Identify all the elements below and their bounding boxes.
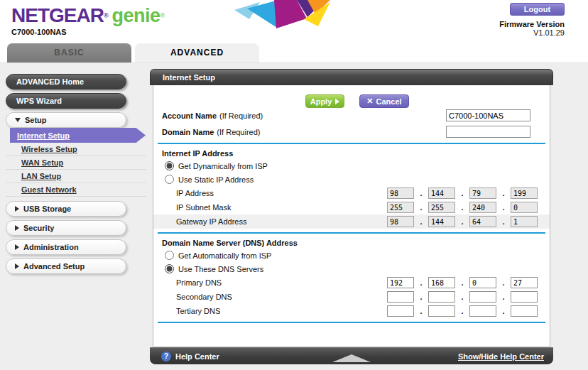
octet-separator: . xyxy=(455,307,469,315)
cancel-button-label: Cancel xyxy=(376,97,402,106)
collapse-arrow-icon[interactable] xyxy=(332,354,371,362)
primary-dns-octets: ... xyxy=(387,277,538,288)
gateway-ip-row: Gateway IP Address ... xyxy=(153,214,550,229)
apply-button[interactable]: Apply xyxy=(305,94,344,108)
section-divider xyxy=(158,322,545,323)
secondary-dns-octet-2[interactable] xyxy=(428,291,455,303)
tertiary-dns-octet-4[interactable] xyxy=(511,305,538,317)
tertiary-dns-octets: ... xyxy=(387,305,538,317)
dns-manual-radio[interactable] xyxy=(165,264,174,273)
x-icon: ✕ xyxy=(366,97,373,106)
domain-name-input[interactable] xyxy=(446,126,530,138)
primary-dns-row: Primary DNS ... xyxy=(153,276,550,290)
gateway-octet-3[interactable] xyxy=(469,216,496,227)
secondary-dns-label: Secondary DNS xyxy=(153,293,232,301)
gateway-octet-4[interactable] xyxy=(511,216,538,227)
octet-separator: . xyxy=(414,278,428,287)
registered-mark-icon: ® xyxy=(160,12,165,19)
secondary-dns-octet-3[interactable] xyxy=(469,291,496,303)
radio-label: Get Automatically from ISP xyxy=(178,251,271,260)
tertiary-dns-octet-3[interactable] xyxy=(469,305,496,317)
sidebar-item-administration[interactable]: Administration xyxy=(6,239,126,255)
sidebar-item-security[interactable]: Security xyxy=(6,220,126,236)
get-dynamically-radio[interactable] xyxy=(165,161,174,170)
gateway-ip-octets: ... xyxy=(387,216,538,227)
octet-separator: . xyxy=(455,278,469,287)
tertiary-dns-octet-2[interactable] xyxy=(428,305,455,317)
sidebar-item-usb-storage[interactable]: USB Storage xyxy=(6,201,126,217)
sidebar-item-label: LAN Setup xyxy=(21,172,61,180)
tertiary-dns-octet-1[interactable] xyxy=(387,305,414,317)
registered-mark-icon: ® xyxy=(104,12,109,19)
octet-separator: . xyxy=(455,217,469,226)
account-name-label: Account Name(If Required) xyxy=(153,111,263,120)
sidebar-item-label: Administration xyxy=(23,243,79,251)
subnet-octet-4[interactable] xyxy=(511,202,538,213)
radio-label: Use Static IP Address xyxy=(178,175,254,184)
octet-separator: . xyxy=(414,307,428,315)
action-button-row: Apply ✕ Cancel xyxy=(153,85,550,109)
genie-wordmark: genie xyxy=(112,5,160,26)
sidebar-item-wireless-setup[interactable]: Wireless Setup xyxy=(6,143,146,156)
gateway-ip-label: Gateway IP Address xyxy=(153,217,246,226)
ip-address-octet-1[interactable] xyxy=(387,187,414,199)
account-name-hint: (If Required) xyxy=(219,111,263,120)
firmware-version-block: Firmware Version V1.01.29 xyxy=(499,20,565,37)
secondary-dns-octet-1[interactable] xyxy=(387,291,414,303)
octet-separator: . xyxy=(496,307,511,315)
help-center-button[interactable]: ? Help Center xyxy=(150,352,219,361)
subnet-octet-1[interactable] xyxy=(387,202,414,213)
ip-subnet-mask-octets: ... xyxy=(387,202,538,213)
primary-dns-octet-3[interactable] xyxy=(469,277,496,288)
primary-dns-octet-2[interactable] xyxy=(428,277,455,288)
sidebar-item-wan-setup[interactable]: WAN Setup xyxy=(6,156,146,170)
sidebar-item-wps-wizard[interactable]: WPS Wizard xyxy=(6,93,126,109)
internet-setup-panel: Internet Setup Apply ✕ Cancel Account Na… xyxy=(150,69,553,364)
secondary-dns-row: Secondary DNS ... xyxy=(153,290,550,304)
ip-address-label: IP Address xyxy=(153,189,214,197)
panel-title: Internet Setup xyxy=(163,73,215,82)
ip-address-octet-4[interactable] xyxy=(511,187,538,199)
triangle-right-icon xyxy=(335,99,339,104)
tab-basic[interactable]: BASIC xyxy=(7,43,131,62)
domain-name-row: Domain Name(If Required) xyxy=(153,125,550,139)
setup-submenu: Internet Setup Wireless Setup WAN Setup … xyxy=(6,128,146,197)
account-name-input[interactable] xyxy=(446,109,530,121)
logout-button[interactable]: Logout xyxy=(510,3,565,16)
ip-address-octet-3[interactable] xyxy=(469,187,496,199)
sidebar-item-label: Setup xyxy=(25,116,47,124)
octet-separator: . xyxy=(496,217,511,226)
primary-dns-octet-1[interactable] xyxy=(387,277,414,288)
radio-row-use-static: Use Static IP Address xyxy=(153,173,550,186)
help-center-bar: ? Help Center Show/Hide Help Center xyxy=(150,347,553,364)
triangle-right-icon xyxy=(15,244,19,250)
subnet-octet-2[interactable] xyxy=(428,202,455,213)
sidebar-item-advanced-home[interactable]: ADVANCED Home xyxy=(6,74,126,89)
primary-dns-label: Primary DNS xyxy=(153,278,222,287)
ip-subnet-mask-label: IP Subnet Mask xyxy=(153,203,231,212)
primary-dns-octet-4[interactable] xyxy=(511,277,538,288)
help-center-label: Help Center xyxy=(175,352,219,361)
sidebar-item-lan-setup[interactable]: LAN Setup xyxy=(6,170,146,183)
sidebar-item-setup[interactable]: Setup xyxy=(6,112,126,128)
secondary-dns-octet-4[interactable] xyxy=(511,291,538,303)
use-static-ip-radio[interactable] xyxy=(165,175,174,184)
decorative-ribbon-graphic xyxy=(234,0,330,30)
sidebar-item-label: Guest Network xyxy=(21,185,77,194)
tab-advanced[interactable]: ADVANCED xyxy=(135,43,259,62)
cancel-button[interactable]: ✕ Cancel xyxy=(359,94,409,108)
netgear-genie-page: NETGEAR®genie® C7000-100NAS Logout Firmw… xyxy=(0,0,588,370)
panel-title-bar: Internet Setup xyxy=(150,69,553,85)
ip-address-octet-2[interactable] xyxy=(428,187,455,199)
sidebar-item-guest-network[interactable]: Guest Network xyxy=(6,183,146,197)
sidebar-item-internet-setup[interactable]: Internet Setup xyxy=(10,128,146,143)
gateway-octet-1[interactable] xyxy=(387,216,414,227)
subnet-octet-3[interactable] xyxy=(469,202,496,213)
show-hide-help-center-link[interactable]: Show/Hide Help Center xyxy=(458,352,544,361)
gateway-octet-2[interactable] xyxy=(428,216,455,227)
dns-auto-radio[interactable] xyxy=(165,251,174,260)
octet-separator: . xyxy=(496,278,511,287)
sidebar-item-advanced-setup[interactable]: Advanced Setup xyxy=(6,259,126,274)
octet-separator: . xyxy=(496,189,511,197)
octet-separator: . xyxy=(496,203,511,212)
